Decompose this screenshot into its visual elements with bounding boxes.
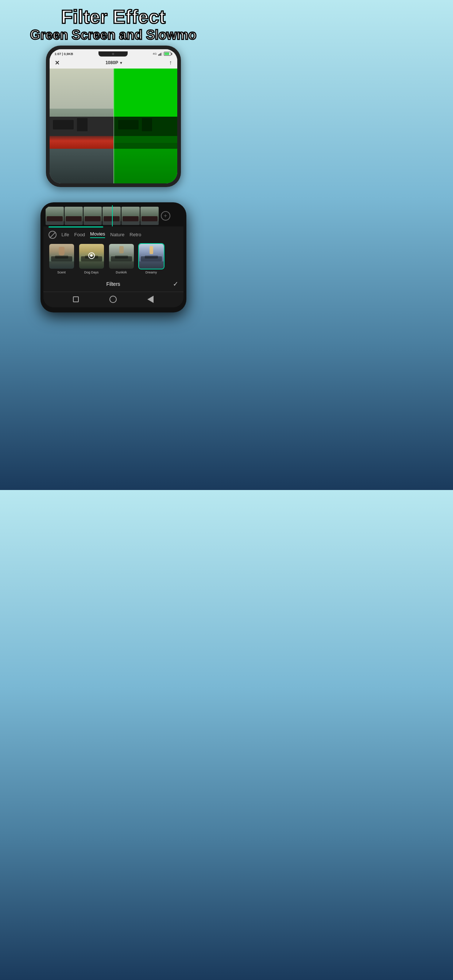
timeline-thumb: [83, 207, 102, 225]
filter-bottom-bar: Filters ✓: [43, 278, 183, 292]
nav-back-button[interactable]: [147, 296, 153, 303]
video-right-panel: [113, 68, 177, 183]
status-right: 4G: [153, 52, 172, 56]
tab-movies[interactable]: Movies: [90, 231, 105, 238]
timeline-thumb: [102, 207, 121, 225]
battery-display: [164, 52, 172, 56]
no-filter-icon[interactable]: [48, 231, 57, 239]
network-label: 4G: [153, 52, 157, 56]
notch-camera-area: [99, 51, 128, 57]
headline-line1: Filter Effect: [6, 6, 221, 27]
filter-swatch-scent[interactable]: Scent: [48, 243, 75, 274]
timeline-add-button[interactable]: +: [161, 211, 170, 221]
filter-tabs-row: Life Food Movies Nature Retro: [43, 228, 183, 241]
timeline-thumb: [46, 207, 64, 225]
headline-line2: Green Screen and Slowmo: [6, 27, 221, 42]
tab-life[interactable]: Life: [62, 232, 69, 237]
top-phone-frame: 1:07 | 0,9KB 4G: [46, 46, 181, 187]
timeline-playhead: [112, 205, 113, 226]
export-icon[interactable]: ↑: [169, 59, 172, 66]
swatch-label-dogdays: Dog Days: [78, 270, 105, 274]
timeline-thumb: [140, 207, 159, 225]
filter-swatch-dogdays[interactable]: Dog Days: [78, 243, 105, 274]
filter-swatches: Scent: [43, 241, 183, 278]
bottom-phone-frame: + Life Food Movies Nature Retro: [40, 202, 187, 312]
video-left-panel: [49, 68, 113, 183]
check-icon[interactable]: ✓: [167, 280, 179, 288]
resolution-button[interactable]: 1080P ▼: [105, 60, 123, 65]
signal-bars: [158, 52, 162, 56]
filter-swatch-dreamy[interactable]: Dreamy: [138, 243, 164, 274]
swatch-label-scent: Scent: [48, 270, 75, 274]
resolution-label: 1080P: [105, 60, 118, 65]
video-preview: [49, 68, 177, 183]
split-divider: [113, 68, 114, 183]
status-time: 1:07 | 0,9KB: [55, 52, 73, 56]
timeline-thumb: [65, 207, 83, 225]
android-nav-bar: [43, 292, 183, 307]
swatch-label-dreamy: Dreamy: [138, 270, 164, 274]
headline-section: Filter Effect Green Screen and Slowmo: [0, 0, 226, 46]
filters-label: Filters: [59, 281, 167, 287]
phones-area: + Life Food Movies Nature Retro: [0, 46, 226, 454]
nav-square-button[interactable]: [73, 296, 79, 302]
chevron-down-icon: ▼: [119, 61, 123, 65]
swatch-label-dunkirk: Dunkirk: [108, 270, 135, 274]
status-bar: 1:07 | 0,9KB 4G: [49, 49, 177, 58]
nav-circle-button[interactable]: [109, 296, 117, 303]
timeline-strip: +: [43, 205, 183, 226]
tab-retro[interactable]: Retro: [129, 232, 141, 237]
close-button[interactable]: ✕: [55, 59, 59, 66]
editor-toolbar: ✕ 1080P ▼ ↑: [49, 58, 177, 68]
tab-nature[interactable]: Nature: [110, 232, 124, 237]
tab-food[interactable]: Food: [74, 232, 85, 237]
filter-swatch-dunkirk[interactable]: Dunkirk: [108, 243, 135, 274]
timeline-thumb: [121, 207, 140, 225]
